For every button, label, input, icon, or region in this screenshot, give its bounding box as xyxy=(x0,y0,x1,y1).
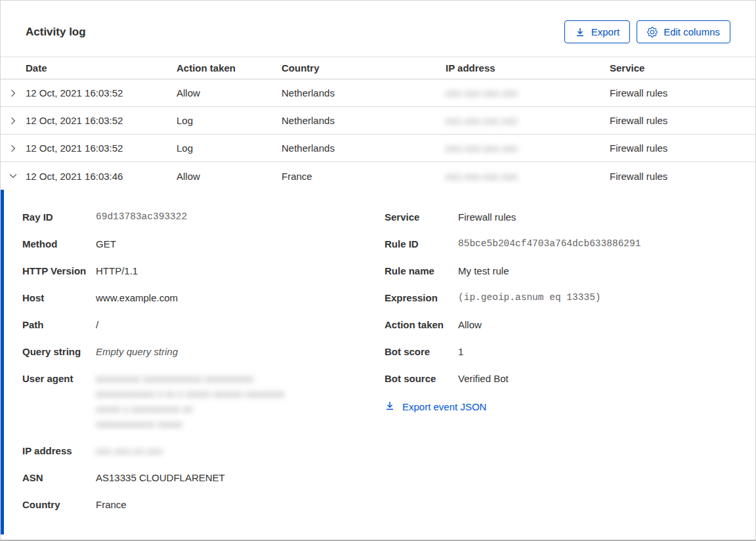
detail-field-method: Method GET xyxy=(22,236,385,251)
chevron-down-icon xyxy=(9,171,18,181)
field-label: Rule ID xyxy=(385,236,458,251)
redacted-line: xxxxx x xxxxxxxxxx xx xyxy=(96,401,385,416)
detail-field-path: Path / xyxy=(22,317,385,332)
detail-field-user-agent: User agent xxxxxxxxx xxxxxxxxxxxx xxxxxx… xyxy=(22,371,385,431)
detail-field-bot-score: Bot score 1 xyxy=(385,344,736,359)
redacted-line: xxxxxxxxxxxx xxxxx xyxy=(96,416,385,431)
edit-columns-button[interactable]: Edit columns xyxy=(637,20,730,43)
field-label: Query string xyxy=(22,344,96,359)
detail-field-expression: Expression (ip.geoip.asnum eq 13335) xyxy=(385,290,736,305)
cell-date: 12 Oct, 2021 16:03:52 xyxy=(26,142,177,154)
edit-columns-button-label: Edit columns xyxy=(663,26,720,37)
event-detail-panel: Ray ID 69d13783ac393322 Method GET HTTP … xyxy=(1,190,755,534)
cell-country: Netherlands xyxy=(282,115,446,126)
field-label: HTTP Version xyxy=(22,263,96,278)
cell-ip-address-redacted: xxx.xxx.xxx.xxx xyxy=(446,171,518,182)
column-header-service: Service xyxy=(610,62,755,74)
field-label: Country xyxy=(22,497,96,512)
field-label: Bot score xyxy=(385,344,458,359)
table-row: 12 Oct, 2021 16:03:52 Log Netherlands xx… xyxy=(1,135,755,162)
cell-country: Netherlands xyxy=(282,142,446,154)
cell-service: Firewall rules xyxy=(610,115,755,126)
chevron-right-icon xyxy=(9,89,18,98)
field-value: My test rule xyxy=(458,263,736,278)
field-label: Host xyxy=(22,290,96,305)
column-header-action-taken: Action taken xyxy=(177,62,282,74)
table-row: 12 Oct, 2021 16:03:52 Log Netherlands xx… xyxy=(1,107,755,135)
detail-field-query-string: Query string Empty query string xyxy=(22,344,385,359)
detail-left-column: Ray ID 69d13783ac393322 Method GET HTTP … xyxy=(22,209,385,512)
detail-field-rule-id: Rule ID 85bce5b204cf4703a764dcb633886291 xyxy=(385,236,736,251)
field-label: Rule name xyxy=(385,263,458,278)
export-event-json-link[interactable]: Export event JSON xyxy=(385,400,736,413)
detail-field-bot-source: Bot source Verified Bot xyxy=(385,371,736,386)
gear-icon xyxy=(647,27,658,37)
expand-row-button[interactable] xyxy=(1,135,26,162)
field-value: 69d13783ac393322 xyxy=(96,209,385,225)
detail-field-ray-id: Ray ID 69d13783ac393322 xyxy=(22,209,385,225)
column-header-ip-address: IP address xyxy=(446,62,610,74)
cell-ip-address-redacted: xxx.xxx.xxx.xxx xyxy=(446,87,518,98)
field-label: ASN xyxy=(22,470,96,485)
field-value: 85bce5b204cf4703a764dcb633886291 xyxy=(458,236,647,251)
redacted-line: xxxxxxxxxxxx x xx x xxxxx xxxxxx xxxxxxx… xyxy=(96,386,385,401)
cell-action-taken: Allow xyxy=(177,87,282,98)
download-icon xyxy=(385,400,395,413)
expand-row-button[interactable] xyxy=(1,79,26,106)
field-value: GET xyxy=(96,236,385,251)
cell-ip-address-redacted: xxx.xxx.xxx.xxx xyxy=(446,115,518,126)
field-label: Expression xyxy=(385,290,458,305)
field-value: 1 xyxy=(458,344,736,359)
export-button-label: Export xyxy=(591,26,620,37)
column-header-country: Country xyxy=(282,62,446,74)
field-value-redacted: xxxxxxxxx xxxxxxxxxxxx xxxxxxxxxx xxxxxx… xyxy=(96,371,385,431)
detail-field-ip-address: IP address xxx.xxx.xx.xxx xyxy=(22,443,385,458)
cell-service: Firewall rules xyxy=(610,142,755,154)
field-value: / xyxy=(96,317,385,332)
field-value: www.example.com xyxy=(96,290,385,305)
expand-row-button[interactable] xyxy=(1,107,26,134)
field-label: User agent xyxy=(22,371,96,431)
field-label: Bot source xyxy=(385,371,458,386)
cell-action-taken: Log xyxy=(177,142,282,154)
field-label: Action taken xyxy=(385,317,458,332)
export-button[interactable]: Export xyxy=(564,20,630,43)
table-header-row: Date Action taken Country IP address Ser… xyxy=(1,56,755,79)
detail-right-column: Service Firewall rules Rule ID 85bce5b20… xyxy=(385,209,736,413)
column-header-date: Date xyxy=(26,62,177,74)
toolbar: Export Edit columns xyxy=(564,20,730,43)
field-value: Allow xyxy=(458,317,736,332)
field-label: Ray ID xyxy=(22,209,96,225)
field-value: (ip.geoip.asnum eq 13335) xyxy=(458,290,736,305)
chevron-right-icon xyxy=(9,144,18,153)
field-label: Service xyxy=(385,209,458,225)
field-label: Method xyxy=(22,236,96,251)
field-value: Empty query string xyxy=(96,344,385,359)
cell-ip-address-redacted: xxx.xxx.xxx.xxx xyxy=(446,142,518,154)
cell-country: Netherlands xyxy=(282,87,446,98)
chevron-right-icon xyxy=(9,116,18,125)
field-value: HTTP/1.1 xyxy=(96,263,385,278)
download-icon xyxy=(575,27,585,37)
field-value: AS13335 CLOUDFLARENET xyxy=(96,470,385,485)
cell-date: 12 Oct, 2021 16:03:46 xyxy=(26,171,177,182)
cell-date: 12 Oct, 2021 16:03:52 xyxy=(26,87,177,98)
export-event-json-label: Export event JSON xyxy=(402,401,486,412)
field-value: Verified Bot xyxy=(458,371,736,386)
cell-action-taken: Allow xyxy=(177,171,282,182)
detail-field-action-taken: Action taken Allow xyxy=(385,317,736,332)
field-value: Firewall rules xyxy=(458,209,736,225)
detail-field-asn: ASN AS13335 CLOUDFLARENET xyxy=(22,470,385,485)
cell-country: France xyxy=(282,171,446,182)
redacted-line: xxxxxxxxx xxxxxxxxxxxx xxxxxxxxxx xyxy=(96,371,385,386)
detail-field-country: Country France xyxy=(22,497,385,512)
cell-date: 12 Oct, 2021 16:03:52 xyxy=(26,115,177,126)
field-label: Path xyxy=(22,317,96,332)
cell-action-taken: Log xyxy=(177,115,282,126)
header: Activity log Export Edit columns xyxy=(1,1,755,56)
detail-field-host: Host www.example.com xyxy=(22,290,385,305)
field-value-redacted: xxx.xxx.xx.xxx xyxy=(96,445,163,456)
cell-service: Firewall rules xyxy=(610,171,755,182)
collapse-row-button[interactable] xyxy=(1,162,26,190)
table-row-expanded: 12 Oct, 2021 16:03:46 Allow France xxx.x… xyxy=(1,162,755,190)
